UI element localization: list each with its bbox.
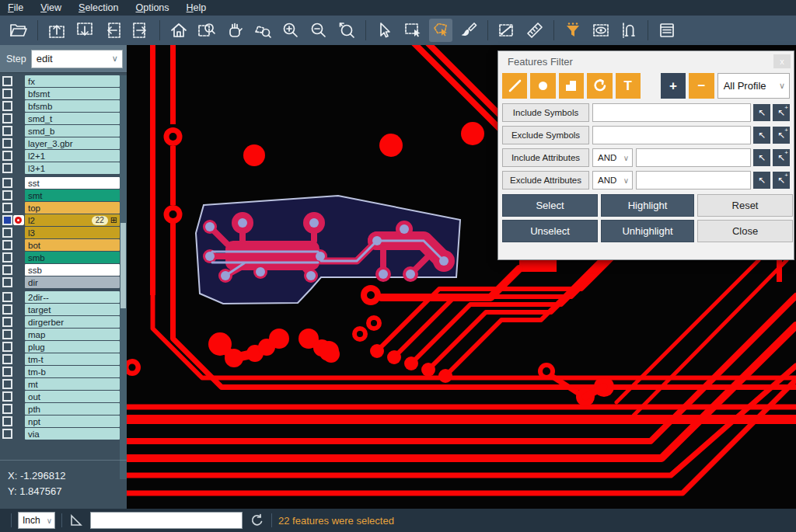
layer-visibility-checkbox[interactable] [2,329,12,339]
layer-row-bfsmt[interactable]: bfsmt [0,88,120,99]
layer-row-npt[interactable]: npt [0,416,120,427]
layer-name[interactable]: l3 [25,227,120,238]
layer-scrollbar[interactable] [120,75,127,479]
layer-row-via[interactable]: via [0,428,120,440]
step-select[interactable]: edit ∨ [31,50,123,68]
pick-icon[interactable]: ↖ [753,149,770,166]
select-polygon-icon[interactable] [429,19,452,42]
layer-name[interactable]: via [25,428,120,440]
pick-add-icon[interactable]: ↖+ [773,104,790,121]
layer-name[interactable]: dir [25,276,120,288]
layer-name[interactable]: smd_t [25,113,120,124]
layer-row-out[interactable]: out [0,391,120,402]
layer-row-smd_b[interactable]: smd_b [0,125,120,137]
layer-name[interactable]: map [25,329,120,340]
pan-up-icon[interactable] [45,19,68,42]
layer-row-dir[interactable]: dir [0,276,120,288]
layer-row-tm-t[interactable]: tm-t [0,353,120,365]
layer-name[interactable]: dirgerber [25,316,120,328]
layer-visibility-checkbox[interactable] [2,342,12,352]
dialog-title-bar[interactable]: Features Filter x [498,51,794,71]
surface-feature-button[interactable] [559,73,584,99]
layer-visibility-checkbox[interactable] [2,203,12,213]
layer-name[interactable]: out [25,391,120,402]
highlight-button[interactable]: Highlight [601,194,694,217]
unhighlight-button[interactable]: Unhighlight [601,220,694,242]
pan-hand-icon[interactable] [223,19,246,42]
layer-name[interactable]: mt [25,378,120,390]
layer-row-bfsmb[interactable]: bfsmb [0,100,120,112]
menu-selection[interactable]: Selection [79,2,118,13]
zoom-area-icon[interactable] [195,19,218,42]
layer-row-ssb[interactable]: ssb [0,264,120,276]
layer-name[interactable]: npt [25,416,120,427]
home-view-icon[interactable] [167,19,190,42]
snap-mode-icon[interactable] [617,19,641,42]
layer-visibility-checkbox[interactable] [2,252,12,263]
angle-mode-icon[interactable] [68,513,84,528]
pick-icon[interactable]: ↖ [753,127,770,144]
pick-add-icon[interactable]: ↖+ [773,149,790,166]
layer-row-target[interactable]: target [0,304,120,315]
line-feature-button[interactable] [502,73,527,99]
select-rectangle-icon[interactable] [401,19,424,42]
layer-visibility-checkbox[interactable] [2,138,12,148]
layer-name[interactable]: bfsmb [25,100,120,112]
menu-help[interactable]: Help [187,2,207,13]
command-input[interactable] [90,512,243,529]
layer-row-l2+1[interactable]: l2+1 [0,150,120,162]
features-filter-icon[interactable] [561,19,585,42]
layer-visibility-checkbox[interactable] [2,190,12,200]
layer-visibility-checkbox[interactable] [2,416,12,426]
close-button[interactable]: Close [697,220,793,242]
layer-row-2dir--[interactable]: 2dir-- [0,291,120,303]
layer-visibility-checkbox[interactable] [2,76,12,86]
unselect-button[interactable]: Unselect [502,220,598,242]
layer-name[interactable]: l3+1 [25,162,120,174]
operator-select[interactable]: AND∨ [592,148,633,167]
layer-name[interactable]: l2+1 [25,150,120,162]
select-brush-icon[interactable] [457,19,480,42]
layer-visibility-checkbox[interactable] [2,126,12,136]
remove-filter-button[interactable]: − [689,73,714,99]
layer-visibility-checkbox[interactable] [2,429,12,439]
layer-scrollbar-thumb[interactable] [120,223,126,308]
view-options-icon[interactable] [589,19,613,42]
layer-name[interactable]: fx [25,75,120,87]
pick-icon[interactable]: ↖ [753,172,770,189]
arc-feature-button[interactable] [587,73,612,99]
filter-value-input[interactable] [592,126,751,144]
pan-right-icon[interactable] [129,19,152,42]
layer-visibility-checkbox[interactable] [2,354,12,364]
layer-visibility-checkbox[interactable] [2,367,12,377]
layer-visibility-checkbox[interactable] [2,304,12,315]
layer-name[interactable]: layer_3.gbr [25,137,120,149]
layer-visibility-checkbox[interactable] [2,101,12,111]
layer-row-l2[interactable]: l222⊞ [0,214,120,226]
measure-ruler-icon[interactable] [523,19,546,42]
zoom-in-icon[interactable] [279,19,302,42]
layer-row-fx[interactable]: fx [0,75,120,87]
reset-button[interactable]: Reset [697,194,793,217]
layer-visibility-checkbox[interactable] [2,151,12,161]
layer-name[interactable]: tm-b [25,366,120,377]
menu-options[interactable]: Options [135,2,169,13]
layer-name[interactable]: sst [25,177,120,189]
select-button[interactable]: Select [502,194,598,217]
layer-row-sst[interactable]: sst [0,177,120,189]
zoom-previous-icon[interactable] [335,19,358,42]
zoom-out-icon[interactable] [307,19,330,42]
layer-row-l3+1[interactable]: l3+1 [0,162,120,174]
layer-visibility-checkbox[interactable] [2,113,12,123]
layer-name[interactable]: ssb [25,264,120,276]
layer-row-smd_t[interactable]: smd_t [0,113,120,124]
open-file-icon[interactable] [7,19,30,42]
pad-feature-button[interactable] [530,73,555,99]
close-icon[interactable]: x [773,54,791,68]
add-filter-button[interactable]: + [661,73,686,99]
layer-name[interactable]: smb [25,252,120,263]
layer-visibility-checkbox[interactable] [2,265,12,275]
layer-row-map[interactable]: map [0,329,120,340]
layer-visibility-checkbox[interactable] [2,240,12,250]
measure-line-icon[interactable] [495,19,518,42]
